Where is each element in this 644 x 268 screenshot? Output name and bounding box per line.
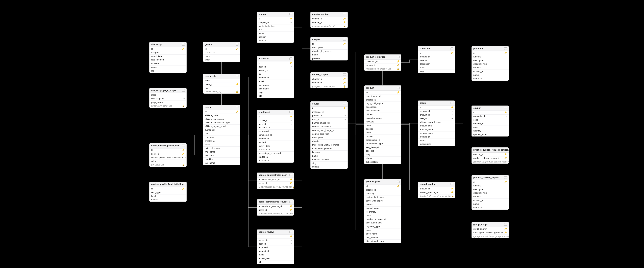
column-row[interactable]: user_id⇢ <box>257 242 294 246</box>
table-product_publish_request[interactable]: product_publish_requestid🔑amountdescript… <box>472 175 509 210</box>
table-custom_profile_field_definition[interactable]: custom_profile_field_definitionid🔑field_… <box>149 182 186 202</box>
column-row[interactable]: status <box>418 138 455 142</box>
table-course_chapter[interactable]: course_chapterchapter_id🔑course_id🔑(chap… <box>310 72 348 88</box>
collapse-icon[interactable] <box>504 176 507 179</box>
column-row[interactable]: content_id🔑 <box>310 17 348 21</box>
column-row[interactable]: title <box>257 94 294 98</box>
table-product_price[interactable]: product_priceid🔑product_id⇢currencycusto… <box>364 179 401 243</box>
index-row[interactable]: (coupon_id, product_publish_request_id)🔒 <box>472 160 508 164</box>
column-row[interactable]: updated_at <box>257 159 294 162</box>
table-header[interactable]: site_script_page_scope <box>150 88 186 93</box>
column-row[interactable]: value <box>150 159 186 163</box>
table-header[interactable]: users_administered_course <box>257 199 294 205</box>
column-row[interactable]: administered_course_id🔑 <box>257 205 294 208</box>
column-row[interactable]: intro_video_wistia_identifier <box>310 143 348 147</box>
column-row[interactable]: pay_button_text <box>364 221 401 225</box>
column-row[interactable]: expires_at <box>472 198 508 202</box>
column-row[interactable]: free <box>257 28 294 31</box>
column-row[interactable]: position <box>364 127 401 131</box>
column-row[interactable]: defaults <box>418 59 455 62</box>
index-row[interactable]: (group_analyst, temp_group_analyst_gr🔒 <box>472 235 508 238</box>
column-row[interactable]: id🔑 <box>310 42 348 46</box>
table-instructor[interactable]: instructorid🔑user_id⇢avatar_urlbiocreate… <box>257 56 294 98</box>
column-row[interactable]: coupon_id🔑 <box>472 153 508 156</box>
table-header[interactable]: product_collection <box>364 55 401 60</box>
column-row[interactable]: users_id🔑 <box>150 152 186 156</box>
column-row[interactable]: description <box>310 46 348 49</box>
column-row[interactable]: site_script_id⇢ <box>150 97 186 101</box>
table-header[interactable]: promotion <box>472 46 508 51</box>
table-coupon[interactable]: couponid🔑promotion_id⇢codecreated_atnote… <box>472 106 509 136</box>
collapse-icon[interactable] <box>236 75 238 77</box>
collapse-icon[interactable] <box>343 38 346 40</box>
collapse-icon[interactable] <box>290 57 292 60</box>
column-row[interactable]: discount_type <box>472 62 508 66</box>
table-header[interactable]: collection <box>418 46 455 51</box>
column-row[interactable]: promotion_id⇢ <box>472 114 508 118</box>
table-header[interactable]: product_publish_request <box>472 175 508 180</box>
collapse-icon[interactable] <box>343 73 346 76</box>
column-row[interactable]: created_at <box>418 135 455 139</box>
index-row[interactable]: (content_id, chapter_id)🔒 <box>310 24 348 28</box>
column-row[interactable]: expired <box>257 140 294 144</box>
column-row[interactable]: token <box>203 58 240 62</box>
column-row[interactable]: created_at <box>472 122 508 125</box>
column-row[interactable]: duration <box>472 66 508 70</box>
column-row[interactable]: id🔑 <box>150 47 186 51</box>
column-row[interactable]: id🔑 <box>472 180 508 184</box>
column-row[interactable]: quantity <box>472 129 508 133</box>
collapse-icon[interactable] <box>182 43 185 46</box>
column-row[interactable]: avatar_url <box>203 128 240 132</box>
column-row[interactable]: users_id🔑 <box>203 83 240 86</box>
table-header[interactable]: chapter <box>310 37 348 42</box>
column-row[interactable]: user_id⇢ <box>310 118 348 121</box>
table-header[interactable]: product_publish_request_coupon <box>472 147 508 153</box>
column-row[interactable]: company <box>203 135 240 139</box>
column-row[interactable]: name <box>257 31 294 35</box>
column-row[interactable]: expiry_date <box>257 144 294 148</box>
column-row[interactable]: users_id🔑 <box>257 208 294 212</box>
column-row[interactable]: seo_description <box>364 145 401 149</box>
column-row[interactable]: duration <box>310 139 348 143</box>
table-course_review[interactable]: course_reviewid🔑course_id⇢user_id⇢approv… <box>257 230 294 264</box>
column-row[interactable]: subtitle <box>310 165 348 169</box>
column-row[interactable]: src <box>150 69 186 73</box>
column-row[interactable]: affiliate_referral_code <box>418 120 455 124</box>
column-row[interactable]: amount_cent <box>418 124 455 128</box>
column-row[interactable]: location <box>150 62 186 65</box>
column-row[interactable]: id🔑 <box>364 184 401 188</box>
collapse-icon[interactable] <box>182 144 185 147</box>
column-row[interactable]: amount_dollar <box>418 128 455 131</box>
collapse-icon[interactable] <box>504 107 507 109</box>
table-header[interactable]: users_custom_profile_field <box>150 143 186 148</box>
table-header[interactable]: chapter_content <box>310 12 348 17</box>
column-row[interactable]: index <box>203 79 240 83</box>
column-row[interactable]: id🔑 <box>257 17 294 21</box>
column-row[interactable]: user_id⇢ <box>418 117 455 120</box>
column-row[interactable]: hidden <box>364 113 401 116</box>
column-row[interactable]: related_product_id🔑 <box>418 191 455 194</box>
column-row[interactable]: id🔑 <box>257 235 294 238</box>
table-chapter_content[interactable]: chapter_contentcontent_id🔑chapter_id🔑(co… <box>310 12 348 28</box>
column-row[interactable]: id🔑 <box>364 91 401 94</box>
table-header[interactable]: course_chapter <box>310 72 348 77</box>
table-header[interactable]: users <box>203 105 240 110</box>
column-row[interactable]: trial_interval_count <box>364 239 401 243</box>
column-row[interactable]: completed <box>257 130 294 133</box>
table-site_script_page_scope[interactable]: site_script_page_scopeindexsite_script_i… <box>149 88 186 108</box>
column-row[interactable]: price_name <box>364 232 401 236</box>
column-row[interactable]: name <box>472 73 508 77</box>
column-row[interactable]: email <box>203 143 240 146</box>
column-row[interactable]: name <box>418 66 455 70</box>
column-row[interactable]: product_publish_request_id🔑 <box>472 156 508 160</box>
table-users[interactable]: usersid🔑affiliate_codeaffiliate_commissi… <box>203 105 240 165</box>
column-row[interactable]: payment_type <box>364 225 401 228</box>
table-orders[interactable]: ordersid🔑coupon_id⇢product_id⇢user_id⇢af… <box>418 101 455 146</box>
column-row[interactable]: temp_group_analyst_group_id🔑 <box>472 231 508 235</box>
column-row[interactable]: banner_image_url <box>310 121 348 125</box>
column-row[interactable]: created_at <box>418 55 455 59</box>
column-row[interactable]: course_id⇢ <box>257 119 294 122</box>
column-row[interactable]: user_id⇢ <box>257 65 294 69</box>
column-row[interactable]: subscription <box>364 160 401 164</box>
column-row[interactable]: expires_at <box>472 70 508 73</box>
